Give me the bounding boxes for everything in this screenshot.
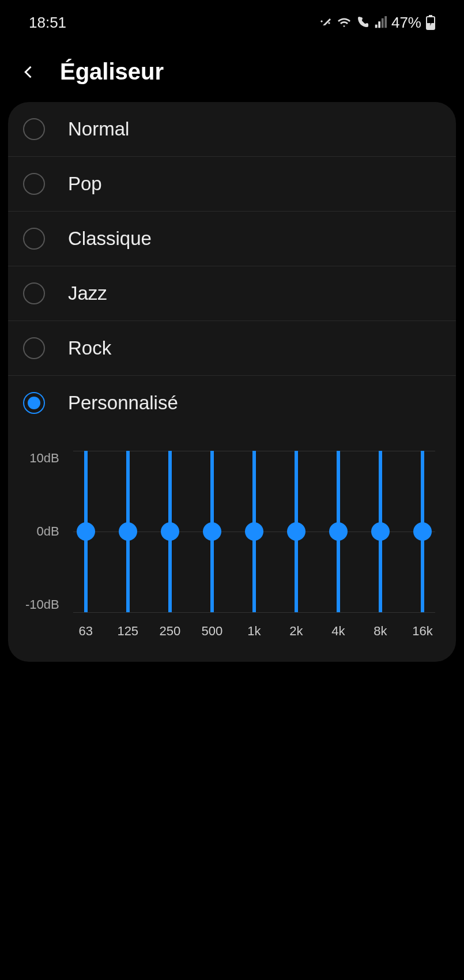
eq-slider-thumb[interactable]	[119, 522, 137, 541]
eq-freq-label: 125	[112, 624, 144, 639]
preset-label: Pop	[68, 173, 102, 195]
signal-icon	[374, 16, 387, 29]
preset-option[interactable]: Personnalisé	[8, 376, 456, 430]
eq-freq-label: 250	[154, 624, 186, 639]
eq-slider-thumb[interactable]	[161, 522, 179, 541]
preset-option[interactable]: Classique	[8, 212, 456, 266]
radio-icon[interactable]	[23, 282, 45, 304]
eq-slider-thumb[interactable]	[245, 522, 263, 541]
eq-band	[70, 447, 102, 616]
eq-band	[406, 447, 439, 616]
preset-option[interactable]: Jazz	[8, 266, 456, 321]
eq-slider[interactable]	[126, 451, 130, 612]
equalizer-card: NormalPopClassiqueJazzRockPersonnalisé 1…	[8, 102, 456, 662]
eq-slider-thumb[interactable]	[77, 522, 95, 541]
eq-band	[238, 447, 270, 616]
eq-ylabel-mid: 0dB	[37, 524, 59, 539]
eq-slider-thumb[interactable]	[287, 522, 305, 541]
battery-charging-icon	[426, 15, 435, 30]
page-header: Égaliseur	[0, 45, 464, 102]
eq-slider-thumb[interactable]	[413, 522, 432, 541]
page-title: Égaliseur	[60, 59, 164, 85]
radio-icon[interactable]	[23, 228, 45, 250]
equalizer-panel: 10dB 0dB -10dB 631252505001k2k4k8k16k	[8, 430, 456, 662]
preset-option[interactable]: Rock	[8, 321, 456, 376]
eq-bands	[70, 447, 439, 616]
eq-slider-thumb[interactable]	[329, 522, 348, 541]
preset-label: Rock	[68, 337, 111, 359]
eq-slider[interactable]	[252, 451, 256, 612]
eq-freq-label: 500	[196, 624, 228, 639]
status-time: 18:51	[29, 14, 66, 32]
eq-slider[interactable]	[421, 451, 424, 612]
eq-freq-label: 63	[70, 624, 102, 639]
preset-label: Classique	[68, 228, 152, 250]
svg-rect-2	[429, 15, 432, 17]
status-bar: 18:51 47%	[0, 0, 464, 45]
status-icons: 47%	[319, 14, 435, 32]
eq-ylabel-bot: -10dB	[25, 597, 59, 612]
wifi-calling-icon	[356, 16, 369, 29]
wifi-icon	[337, 16, 351, 29]
preset-option[interactable]: Normal	[8, 102, 456, 157]
eq-slider[interactable]	[379, 451, 382, 612]
eq-freq-label: 4k	[322, 624, 354, 639]
eq-freq-label: 16k	[406, 624, 439, 639]
eq-freq-label: 8k	[364, 624, 397, 639]
eq-band	[364, 447, 397, 616]
eq-freq-label: 1k	[238, 624, 270, 639]
eq-slider[interactable]	[337, 451, 340, 612]
radio-icon[interactable]	[23, 118, 45, 140]
radio-icon[interactable]	[23, 392, 45, 414]
preset-label: Jazz	[68, 282, 107, 304]
eq-slider[interactable]	[84, 451, 88, 612]
eq-y-axis: 10dB 0dB -10dB	[25, 451, 70, 612]
eq-x-axis: 631252505001k2k4k8k16k	[70, 624, 439, 639]
eq-slider[interactable]	[168, 451, 172, 612]
preset-option[interactable]: Pop	[8, 157, 456, 212]
eq-band	[280, 447, 312, 616]
eq-freq-label: 2k	[280, 624, 312, 639]
vibrate-icon	[319, 16, 333, 29]
eq-band	[196, 447, 228, 616]
eq-slider-thumb[interactable]	[203, 522, 221, 541]
eq-band	[322, 447, 354, 616]
preset-label: Normal	[68, 118, 129, 140]
eq-bands-wrap: 631252505001k2k4k8k16k	[70, 447, 439, 639]
back-icon[interactable]	[17, 61, 40, 84]
battery-percent: 47%	[391, 14, 421, 32]
eq-slider[interactable]	[295, 451, 298, 612]
radio-icon[interactable]	[23, 337, 45, 359]
preset-label: Personnalisé	[68, 392, 178, 414]
eq-slider-thumb[interactable]	[371, 522, 390, 541]
eq-ylabel-top: 10dB	[29, 451, 59, 466]
eq-band	[112, 447, 144, 616]
radio-icon[interactable]	[23, 173, 45, 195]
eq-slider[interactable]	[210, 451, 214, 612]
eq-band	[154, 447, 186, 616]
